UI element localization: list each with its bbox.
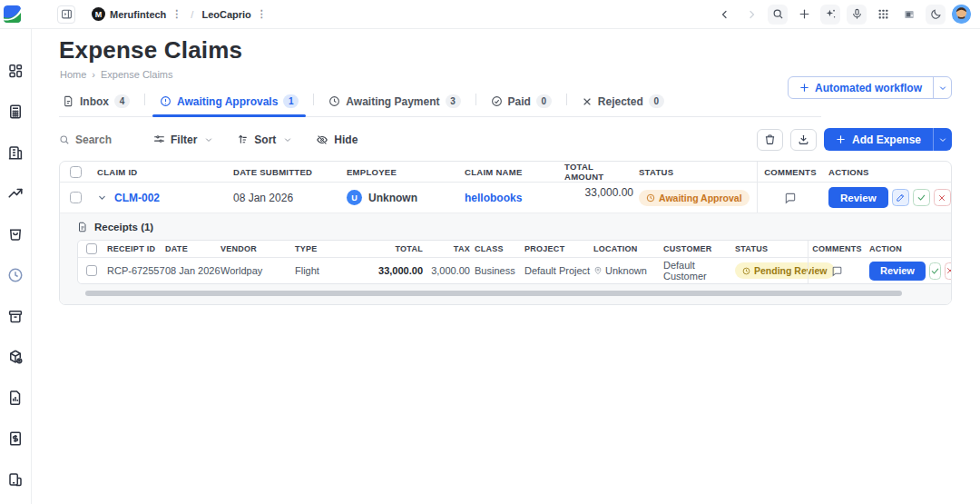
receipt-approve-button[interactable] bbox=[929, 262, 941, 280]
ai-sparkles-icon[interactable] bbox=[820, 5, 840, 25]
sidebar-history-clock-icon[interactable] bbox=[7, 267, 24, 283]
location-pin-icon bbox=[593, 266, 603, 275]
tab-count-badge: 3 bbox=[446, 94, 461, 108]
tab-awaiting-approvals[interactable]: Awaiting Approvals 1 bbox=[156, 91, 302, 116]
nav-back-icon[interactable] bbox=[715, 5, 735, 25]
header-vendor: VENDOR bbox=[220, 244, 295, 253]
receipt-reject-button[interactable] bbox=[945, 262, 952, 280]
add-icon[interactable] bbox=[794, 5, 814, 25]
sidebar-purchases-icon[interactable] bbox=[7, 226, 24, 242]
add-expense-dropdown[interactable] bbox=[933, 128, 952, 151]
comment-icon[interactable] bbox=[784, 192, 797, 204]
dark-mode-moon-icon[interactable] bbox=[926, 5, 946, 25]
search-input[interactable] bbox=[75, 133, 130, 146]
claim-approve-button[interactable] bbox=[913, 189, 930, 206]
plus-icon bbox=[836, 134, 846, 144]
header-date: DATE bbox=[165, 244, 220, 253]
tab-label: Awaiting Payment bbox=[346, 95, 439, 108]
receipt-customer: Default Customer bbox=[663, 260, 735, 282]
sidebar-assets-icon[interactable] bbox=[7, 349, 24, 365]
chevron-down-icon bbox=[938, 135, 947, 144]
receipt-icon bbox=[77, 222, 88, 232]
automated-workflow-dropdown[interactable] bbox=[933, 77, 951, 98]
receipt-tax: 3,000.00 bbox=[423, 265, 470, 276]
app-logo-icon bbox=[4, 5, 21, 23]
export-button[interactable] bbox=[790, 129, 817, 151]
hide-label: Hide bbox=[334, 133, 358, 146]
claim-name-link[interactable]: hellobooks bbox=[465, 192, 522, 204]
tab-inbox[interactable]: Inbox 4 bbox=[59, 91, 133, 116]
sort-button[interactable]: Sort bbox=[237, 133, 292, 146]
project-menu-icon[interactable]: ⋮ bbox=[256, 8, 268, 20]
microphone-icon[interactable] bbox=[847, 5, 867, 25]
check-icon bbox=[930, 266, 940, 276]
sidebar-reports-icon[interactable] bbox=[7, 390, 24, 406]
claim-total-amount: 33,000.00 bbox=[564, 183, 633, 199]
sidebar-devices-icon[interactable] bbox=[7, 471, 24, 488]
hide-columns-button[interactable]: Hide bbox=[316, 133, 358, 146]
expand-chevron-icon[interactable] bbox=[97, 193, 107, 203]
search-icon[interactable] bbox=[768, 5, 788, 25]
filter-label: Filter bbox=[171, 133, 197, 146]
search-box[interactable] bbox=[59, 133, 130, 146]
workspace-menu-icon[interactable]: ⋮ bbox=[171, 8, 182, 20]
add-expense-button[interactable]: Add Expense bbox=[824, 128, 952, 151]
apps-grid-icon[interactable] bbox=[873, 5, 893, 25]
receipt-row: RCP-672557 08 Jan 2026 Worldpay Flight 3… bbox=[78, 258, 952, 283]
comment-icon[interactable] bbox=[831, 265, 843, 277]
left-sidebar bbox=[0, 29, 32, 504]
x-icon bbox=[582, 96, 593, 107]
delete-button[interactable] bbox=[757, 129, 783, 151]
sidebar-toggle-button[interactable] bbox=[57, 5, 75, 24]
clock-icon bbox=[328, 95, 340, 107]
sidebar-archive-icon[interactable] bbox=[7, 308, 24, 324]
sidebar-calculator-icon[interactable] bbox=[7, 104, 24, 120]
header-comments: COMMENTS bbox=[808, 241, 866, 257]
breadcrumb-chevron: › bbox=[92, 69, 95, 80]
breadcrumb-current: Expense Claims bbox=[101, 69, 172, 80]
filter-button[interactable]: Filter bbox=[153, 133, 213, 146]
tab-rejected[interactable]: Rejected 0 bbox=[578, 91, 668, 116]
trash-icon bbox=[764, 133, 776, 145]
list-toolbar: Filter Sort Hide Add Expense bbox=[59, 128, 952, 151]
page-title: Expense Claims bbox=[59, 36, 980, 64]
receipts-table-viewport: RECEIPT ID DATE VENDOR TYPE TOTAL TAX CL… bbox=[77, 240, 952, 284]
workspace-name[interactable]: Merufintech bbox=[110, 9, 166, 20]
automated-workflow-label: Automated workflow bbox=[815, 82, 922, 94]
tab-awaiting-payment[interactable]: Awaiting Payment 3 bbox=[325, 91, 464, 116]
claim-edit-button[interactable] bbox=[892, 189, 909, 206]
chevron-down-icon bbox=[938, 84, 947, 93]
header-claim-id: CLAIM ID bbox=[97, 167, 233, 177]
x-icon bbox=[937, 193, 946, 203]
workspace-breadcrumb: M Merufintech ⋮ / LeoCaprio ⋮ bbox=[92, 7, 268, 21]
receipts-select-all-checkbox[interactable] bbox=[86, 243, 97, 254]
header-employee: EMPLOYEE bbox=[347, 167, 465, 177]
user-avatar[interactable] bbox=[952, 5, 971, 24]
claim-review-button[interactable]: Review bbox=[828, 187, 888, 208]
sidebar-dashboard-icon[interactable] bbox=[7, 63, 24, 79]
tab-divider bbox=[566, 94, 567, 105]
sidebar-trends-icon[interactable] bbox=[7, 185, 24, 202]
breadcrumb-home[interactable]: Home bbox=[60, 69, 86, 80]
document-icon bbox=[63, 95, 74, 107]
sidebar-company-icon[interactable] bbox=[7, 144, 24, 161]
tab-paid[interactable]: Paid 0 bbox=[487, 91, 555, 116]
receipt-checkbox[interactable] bbox=[86, 265, 97, 276]
add-expense-label: Add Expense bbox=[852, 133, 921, 146]
horizontal-scrollbar[interactable] bbox=[85, 291, 944, 296]
receipt-review-button[interactable]: Review bbox=[869, 262, 926, 281]
automated-workflow-button[interactable]: Automated workflow bbox=[788, 76, 952, 99]
row-checkbox[interactable] bbox=[70, 192, 82, 203]
receipt-type: Flight bbox=[295, 265, 368, 276]
claim-reject-button[interactable] bbox=[934, 189, 951, 206]
header-action: ACTION bbox=[866, 244, 952, 253]
nav-forward-icon bbox=[741, 5, 761, 25]
alert-circle-icon bbox=[160, 95, 172, 107]
claim-id-link[interactable]: CLM-002 bbox=[114, 192, 160, 204]
select-all-checkbox[interactable] bbox=[70, 166, 82, 178]
project-name[interactable]: LeoCaprio bbox=[201, 9, 250, 20]
screenshot-icon[interactable] bbox=[899, 5, 919, 25]
scrollbar-thumb[interactable] bbox=[85, 291, 902, 296]
sort-label: Sort bbox=[254, 133, 276, 146]
sidebar-invoices-icon[interactable] bbox=[7, 430, 24, 447]
